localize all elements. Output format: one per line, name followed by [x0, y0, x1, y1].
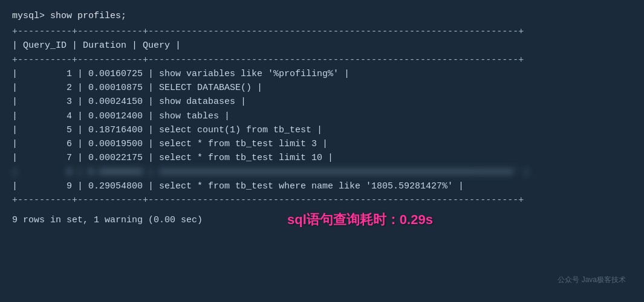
terminal-container: mysql> show profiles; +----------+------… [12, 11, 632, 229]
annotation-text: sql语句查询耗时：0.29s [287, 211, 433, 229]
blurred-row: | 8 | 0.00000000 | XXXXXXXXXXXXXXXXXXXXX… [12, 165, 632, 179]
table-row: | 4 | 0.00012400 | show tables | [12, 109, 632, 123]
table-header: | Query_ID | Duration | Query | [12, 39, 632, 53]
separator-top: +----------+------------+---------------… [12, 25, 632, 39]
table-row: | 7 | 0.00022175 | select * from tb_test… [12, 151, 632, 165]
table-row: | 2 | 0.00010875 | SELECT DATABASE() | [12, 81, 632, 95]
separator-header: +----------+------------+---------------… [12, 53, 632, 67]
rows-info: 9 rows in set, 1 warning (0.00 sec) [12, 215, 203, 225]
prompt-text: mysql> show profiles; [12, 11, 126, 21]
table-row: | 1 | 0.00160725 | show variables like '… [12, 67, 632, 81]
prompt-line: mysql> show profiles; [12, 11, 632, 21]
footer-area: 9 rows in set, 1 warning (0.00 sec) sql语… [12, 211, 632, 229]
table-row: | 5 | 0.18716400 | select count(1) from … [12, 123, 632, 137]
table-row: | 6 | 0.00019500 | select * from tb_test… [12, 137, 632, 151]
table-row: | 9 | 0.29054800 | select * from tb_test… [12, 179, 632, 193]
watermark: 公众号 Java极客技术 [558, 275, 626, 285]
separator-bottom: +----------+------------+---------------… [12, 193, 632, 207]
table-row: | 3 | 0.00024150 | show databases | [12, 95, 632, 109]
